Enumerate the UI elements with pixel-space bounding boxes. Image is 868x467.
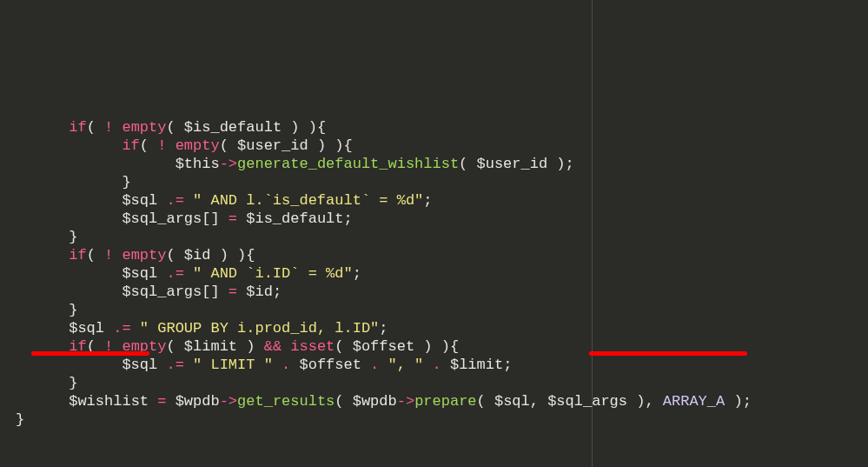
token-punc: (: [335, 338, 352, 355]
token-punc: );: [725, 393, 752, 410]
token-var: $wishlist: [69, 393, 149, 410]
token-op: =: [157, 393, 166, 410]
code-line[interactable]: $wishlist = $wpdb->get_results( $wpdb->p…: [16, 392, 868, 410]
token-punc: (: [140, 137, 157, 154]
token-kw: if: [69, 119, 86, 136]
code-line[interactable]: $this->generate_default_wishlist( $user_…: [16, 155, 868, 173]
token-var: $is_default: [246, 210, 343, 227]
code-editor[interactable]: if( ! empty( $is_default ) ){ if( ! empt…: [0, 110, 868, 429]
token-punc: }: [69, 229, 77, 245]
token-var: $sql_args: [122, 284, 202, 300]
token-var: $sql: [122, 265, 157, 282]
code-line[interactable]: $sql .= " GROUP BY i.prod_id, l.ID";: [16, 319, 868, 337]
token-punc: ) ){: [308, 137, 353, 154]
token-punc: (: [459, 156, 476, 172]
token-punc: [184, 265, 193, 282]
token-punc: ) ){: [414, 338, 459, 355]
token-op: ->: [220, 156, 237, 172]
token-op: .=: [166, 265, 183, 282]
token-punc: ),: [627, 393, 663, 410]
token-punc: ;: [343, 210, 352, 227]
code-line[interactable]: }: [16, 301, 868, 319]
token-var: $sql_args: [122, 210, 202, 227]
code-line[interactable]: $sql .= " AND `i.ID` = %d";: [16, 264, 868, 283]
token-punc: ;: [423, 192, 432, 209]
token-op: .=: [166, 357, 183, 373]
token-kw: empty: [122, 247, 166, 264]
token-punc: [113, 247, 122, 264]
token-str: " AND `i.ID` = %d": [193, 265, 353, 282]
token-var: $user_id: [477, 156, 548, 172]
token-punc: [184, 357, 193, 373]
token-op: .: [282, 357, 290, 373]
token-var: $offset: [299, 357, 361, 373]
token-op: =: [229, 210, 237, 227]
token-punc: [282, 338, 290, 355]
code-line[interactable]: }: [16, 374, 868, 392]
token-kw: empty: [122, 119, 166, 136]
token-punc: (: [87, 247, 104, 264]
token-var: $wpdb: [176, 393, 220, 410]
token-var: $user_id: [237, 137, 308, 154]
code-line[interactable]: if( ! empty( $user_id ) ){: [16, 137, 868, 155]
token-kw: isset: [290, 338, 335, 355]
token-fn: generate_default_wishlist: [237, 156, 459, 172]
code-line[interactable]: $sql_args[] = $is_default;: [16, 210, 868, 228]
token-punc: [379, 357, 388, 373]
token-var: $this: [176, 156, 220, 172]
token-var: $limit: [184, 338, 237, 355]
token-kw: if: [122, 137, 139, 154]
token-punc: );: [547, 156, 574, 172]
token-var: $wpdb: [353, 393, 397, 410]
token-punc: ) ){: [282, 119, 326, 136]
token-str: " LIMIT ": [193, 357, 273, 373]
code-line[interactable]: $sql .= " AND l.`is_default` = %d";: [16, 191, 868, 210]
token-var: $id: [184, 247, 211, 264]
token-punc: (: [220, 137, 237, 154]
token-punc: ;: [503, 357, 512, 373]
token-punc: [184, 192, 193, 209]
token-op: ->: [220, 393, 237, 410]
token-op: =: [229, 284, 237, 300]
code-line[interactable]: }: [16, 173, 868, 191]
token-punc: [237, 284, 246, 300]
token-punc: [273, 357, 282, 373]
token-op: !: [104, 119, 113, 136]
token-op: .: [370, 357, 379, 373]
token-punc: ): [237, 338, 264, 355]
code-line[interactable]: }: [16, 228, 868, 246]
token-punc: [166, 393, 175, 410]
token-punc: (: [87, 119, 104, 136]
token-punc: [166, 137, 175, 154]
token-punc: []: [202, 210, 229, 227]
token-punc: (: [166, 119, 183, 136]
token-punc: [149, 393, 157, 410]
token-punc: ;: [273, 284, 282, 300]
token-punc: [441, 357, 450, 373]
token-op: ->: [397, 393, 414, 410]
token-punc: ,: [530, 393, 547, 410]
token-op: &&: [264, 338, 282, 355]
token-punc: (: [166, 247, 183, 264]
token-op: .=: [113, 320, 130, 337]
token-var: $sql: [494, 393, 530, 410]
token-var: $offset: [353, 338, 414, 355]
token-fn: prepare: [414, 393, 476, 410]
code-line[interactable]: if( ! empty( $id ) ){: [16, 246, 868, 264]
code-line[interactable]: if( ! empty( $is_default ) ){: [16, 118, 868, 137]
token-punc: [237, 210, 246, 227]
token-var: $sql: [122, 357, 157, 373]
code-line[interactable]: $sql_args[] = $id;: [16, 283, 868, 301]
token-punc: }: [122, 174, 130, 190]
token-str: ", ": [388, 357, 424, 373]
code-line[interactable]: $sql .= " LIMIT " . $offset . ", " . $li…: [16, 356, 868, 374]
token-op: !: [157, 137, 166, 154]
token-str: " GROUP BY i.prod_id, l.ID": [140, 320, 379, 337]
code-line[interactable]: }: [16, 410, 868, 429]
token-punc: [113, 119, 122, 136]
token-kw: empty: [176, 137, 220, 154]
token-var: $sql: [122, 192, 157, 209]
annotation-red-underline-left: [31, 351, 149, 356]
token-punc: }: [69, 302, 77, 318]
token-punc: [157, 192, 166, 209]
